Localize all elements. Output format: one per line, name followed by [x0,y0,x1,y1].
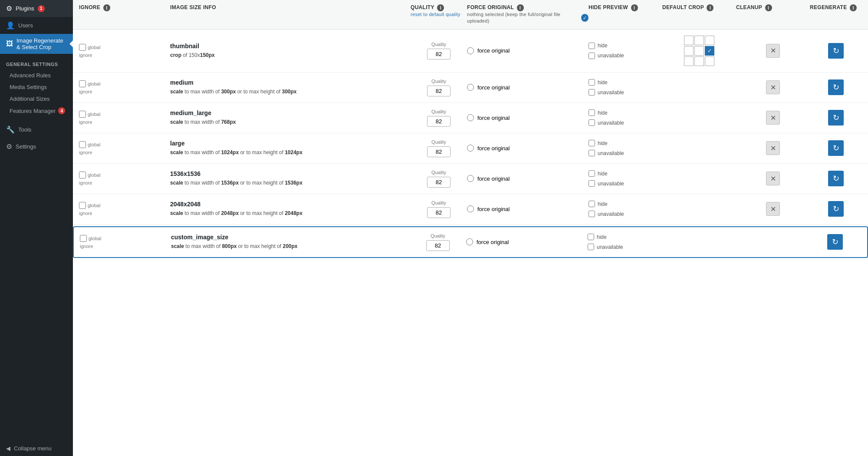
unavail-checkbox-large[interactable] [589,150,595,156]
regenerate-button-medium[interactable]: ↻ [828,79,844,95]
tools-label: Tools [18,126,31,133]
cleanup-cell-medium_large[interactable]: ✕ [736,111,810,125]
quality-input-1536x1536[interactable] [427,177,450,188]
force-original-radio-1536x1536[interactable] [467,175,474,182]
regenerate-cell-custom_image_size[interactable]: ↻ [809,234,861,250]
cleanup-cell-1536x1536[interactable]: ✕ [736,172,810,185]
force-original-desc: nothing selected (keep the full/original… [467,11,589,25]
quality-input-2048x2048[interactable] [427,207,450,218]
sidebar-item-advanced-rules[interactable]: Advanced Rules [0,69,73,81]
sidebar-item-features-manager[interactable]: Features Manager 4 [0,105,73,117]
regenerate-cell-2048x2048[interactable]: ↻ [810,201,862,217]
hide-checkbox-1536x1536[interactable] [589,170,595,177]
plugin-icon: ⚙ [6,4,12,13]
unavail-checkbox-custom_image_size[interactable] [588,244,594,250]
hide-checkbox-large[interactable] [589,140,595,146]
cleanup-button-large[interactable]: ✕ [766,141,780,155]
cleanup-button-medium_large[interactable]: ✕ [766,111,780,125]
force-original-radio-thumbnail[interactable] [467,47,474,54]
ignore-checkbox-medium_large[interactable] [79,111,86,118]
crop-btn-0[interactable] [684,36,694,45]
regenerate-button-2048x2048[interactable]: ↻ [828,201,844,217]
unavail-label: unavailable [598,211,624,217]
ignore-info-icon[interactable]: i [103,4,110,11]
regenerate-button-medium_large[interactable]: ↻ [828,110,844,126]
image-size-info-medium_large: medium_large scale to max width of 768px [170,109,411,126]
default-crop-info-icon[interactable]: i [707,4,713,11]
cleanup-cell-medium[interactable]: ✕ [736,80,810,94]
regenerate-cell-medium_large[interactable]: ↻ [810,110,862,126]
cleanup-button-thumbnail[interactable]: ✕ [766,44,780,58]
hide-checkbox-medium[interactable] [589,79,595,86]
ignore-checkbox-large[interactable] [79,141,86,148]
quality-input-medium_large[interactable] [427,116,450,127]
force-original-radio-2048x2048[interactable] [467,205,474,212]
quality-input-large[interactable] [427,146,450,157]
hide-label: hide [597,234,607,240]
sidebar-item-users[interactable]: 👤 Users [0,17,73,34]
crop-grid[interactable] [684,36,714,66]
unavail-checkbox-2048x2048[interactable] [589,211,595,217]
reset-quality-link[interactable]: reset to default quality [411,11,467,17]
ignore-checkbox-medium[interactable] [79,80,86,87]
cleanup-button-2048x2048[interactable]: ✕ [766,202,780,216]
unavail-checkbox-1536x1536[interactable] [589,180,595,187]
unavail-checkbox-medium_large[interactable] [589,119,595,126]
sidebar-item-plugins[interactable]: ⚙ Plugins 1 [0,0,73,17]
ignore-checkbox-2048x2048[interactable] [79,202,86,209]
cleanup-cell-large[interactable]: ✕ [736,141,810,155]
ignore-checkbox-1536x1536[interactable] [79,172,86,178]
regenerate-info-icon[interactable]: i [850,4,857,11]
crop-btn-8[interactable] [705,56,714,66]
crop-btn-6[interactable] [684,56,694,66]
image-size-info-medium: medium scale to max width of 300px or to… [170,79,411,96]
sidebar-item-media-settings[interactable]: Media Settings [0,81,73,93]
quality-input-thumbnail[interactable] [427,49,450,59]
table-row: global ignore 2048x2048 scale to max wid… [73,194,868,225]
force-original-info-icon[interactable]: i [517,4,524,11]
unavail-checkbox-thumbnail[interactable] [589,53,595,59]
crop-btn-4[interactable] [694,46,704,56]
hide-checkbox-medium_large[interactable] [589,109,595,116]
hide-checkbox-2048x2048[interactable] [589,201,595,207]
cleanup-cell-2048x2048[interactable]: ✕ [736,202,810,216]
crop-btn-1[interactable] [694,36,704,45]
regenerate-cell-1536x1536[interactable]: ↻ [810,171,862,186]
hide-preview-info-icon[interactable]: i [631,4,638,11]
force-original-radio-medium_large[interactable] [467,114,474,121]
crop-btn-5[interactable] [705,46,714,56]
crop-btn-3[interactable] [684,46,694,56]
unavail-checkbox-medium[interactable] [589,89,595,96]
regenerate-cell-medium[interactable]: ↻ [810,79,862,95]
sidebar-item-tools[interactable]: 🔧 Tools [0,121,73,138]
regenerate-button-custom_image_size[interactable]: ↻ [827,234,843,250]
crop-btn-2[interactable] [705,36,714,45]
collapse-menu-button[interactable]: ◀ Collapse menu [0,441,73,456]
sidebar-item-image-regenerate[interactable]: 🖼 Image Regenerate & Select Crop [0,34,73,54]
collapse-icon: ◀ [6,445,10,452]
crop-btn-7[interactable] [694,56,704,66]
regenerate-cell-large[interactable]: ↻ [810,140,862,156]
force-original-radio-custom_image_size[interactable] [466,238,473,245]
quality-input-medium[interactable] [427,86,450,96]
quality-info-icon[interactable]: i [437,4,444,11]
ignore-checkbox-thumbnail[interactable] [79,44,86,51]
quality-cell-medium_large: Quality [411,109,467,127]
regenerate-cell-thumbnail[interactable]: ↻ [810,43,862,59]
regenerate-button-1536x1536[interactable]: ↻ [828,171,844,186]
sidebar-item-additional-sizes[interactable]: Additional Sizes [0,93,73,105]
cleanup-button-medium[interactable]: ✕ [766,80,780,94]
ignore-checkbox-custom_image_size[interactable] [80,235,87,242]
quality-input-custom_image_size[interactable] [426,240,450,251]
hide-checkbox-custom_image_size[interactable] [588,234,594,240]
force-original-radio-medium[interactable] [467,84,474,91]
force-original-radio-large[interactable] [467,145,474,152]
regenerate-button-thumbnail[interactable]: ↻ [828,43,844,59]
hide-checkbox-thumbnail[interactable] [589,43,595,49]
cleanup-cell-thumbnail[interactable]: ✕ [736,44,810,58]
sidebar-item-settings[interactable]: ⚙ Settings [0,138,73,155]
cleanup-button-1536x1536[interactable]: ✕ [766,172,780,185]
cleanup-info-icon[interactable]: i [765,4,772,11]
ignore-label: ignore [79,211,92,216]
regenerate-button-large[interactable]: ↻ [828,140,844,156]
